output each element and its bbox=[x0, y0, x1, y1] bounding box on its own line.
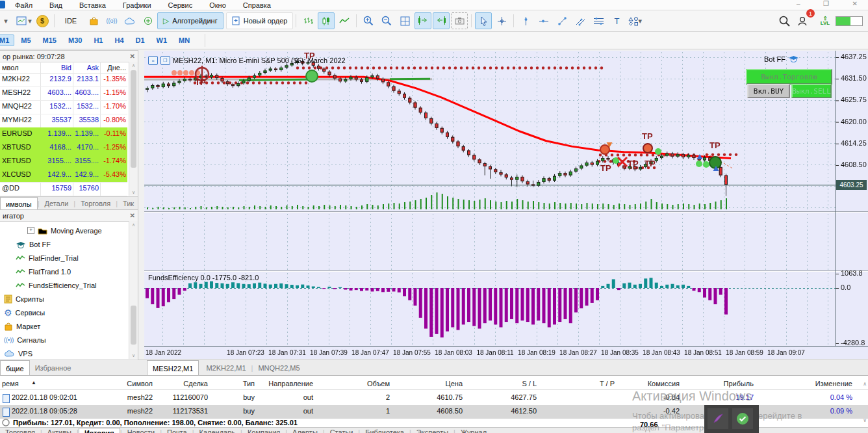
tf-h4[interactable]: H4 bbox=[109, 34, 129, 46]
tab-calendar[interactable]: Календарь bbox=[194, 428, 241, 433]
tf-w1[interactable]: W1 bbox=[151, 34, 173, 46]
tf-m5[interactable]: M5 bbox=[16, 34, 36, 46]
mw-row-xbtusd[interactable]: XBTUSD4168...4170...-1.25% bbox=[0, 141, 127, 155]
auto-scroll-button[interactable] bbox=[433, 12, 450, 29]
tab-trading[interactable]: Торговля bbox=[75, 197, 116, 210]
tab-journal[interactable]: Журнал bbox=[455, 428, 492, 433]
tab-favorites[interactable]: Избранное bbox=[30, 360, 77, 376]
close-icon[interactable]: ✕ bbox=[130, 53, 135, 60]
tab-library[interactable]: Библиотека bbox=[360, 428, 409, 433]
trendline-tool[interactable] bbox=[554, 12, 570, 29]
nav-item-services[interactable]: ⚙ Сервисы bbox=[0, 306, 131, 319]
mw-row-mesh22[interactable]: MESH224603....4603....-1.15% bbox=[0, 86, 127, 101]
tab-mail[interactable]: Почта bbox=[162, 428, 192, 433]
menu-file[interactable]: Файл bbox=[6, 1, 41, 9]
mw-row-mnqh22[interactable]: MNQH221532...1532...-1.70% bbox=[0, 100, 127, 114]
zoom-out-button[interactable] bbox=[378, 12, 395, 29]
vertical-line-tool[interactable] bbox=[517, 12, 534, 29]
chart-tab-mnqh22[interactable]: MNQH22,M5 bbox=[253, 360, 305, 376]
algo-trading-button[interactable]: ▷ Алготрейдинг bbox=[157, 12, 223, 29]
mw-row-mymh22[interactable]: MYMH223553735538-0.80% bbox=[0, 114, 127, 128]
pen-app-icon[interactable] bbox=[708, 408, 728, 429]
nav-item-market[interactable]: Маркет bbox=[0, 319, 131, 333]
window-controls[interactable]: – ❐ ✕ bbox=[797, 0, 864, 7]
new-chart-dropdown[interactable]: ▾ bbox=[0, 12, 14, 29]
menu-charts[interactable]: Графики bbox=[114, 1, 160, 9]
col-time[interactable]: ремя bbox=[2, 380, 19, 387]
menu-help[interactable]: Справка bbox=[235, 1, 279, 9]
tf-mn[interactable]: MN bbox=[173, 34, 195, 46]
check-app-icon[interactable] bbox=[732, 408, 753, 429]
tab-alerts[interactable]: Алерты bbox=[287, 428, 323, 433]
menu-view[interactable]: Вид bbox=[41, 1, 71, 9]
col-deal[interactable]: Сделка bbox=[183, 380, 208, 387]
mw-row-m2kh22[interactable]: M2KH222132.92133.1-1.35% bbox=[0, 73, 127, 87]
col-change[interactable]: Изменение bbox=[815, 380, 852, 387]
bar-chart-mode-button[interactable] bbox=[300, 12, 316, 29]
tab-articles[interactable]: Статьи bbox=[325, 428, 359, 433]
nav-item-bot-ff[interactable]: Bot FF bbox=[0, 237, 143, 251]
tab-details[interactable]: Детали bbox=[40, 197, 74, 210]
tab-symbols[interactable]: имволы bbox=[0, 197, 38, 210]
line-chart-mode-button[interactable] bbox=[336, 12, 353, 29]
tab-company[interactable]: Компания bbox=[242, 428, 285, 433]
col-type[interactable]: Тип bbox=[243, 380, 255, 387]
chart-shift-button[interactable] bbox=[415, 12, 431, 29]
expand-icon[interactable]: + bbox=[27, 227, 34, 234]
add-signal-button[interactable] bbox=[140, 12, 157, 29]
cursor-tool-button[interactable] bbox=[475, 12, 492, 29]
nav-item-signals[interactable]: ((•)) Сигналы bbox=[0, 333, 131, 347]
market-watch-scrollbar[interactable]: ∧ ∨ bbox=[129, 62, 138, 196]
vps-button[interactable] bbox=[121, 12, 138, 29]
fibonacci-tool[interactable] bbox=[590, 12, 607, 29]
nav-item-flatfinder[interactable]: FlatFinder_Trial bbox=[0, 251, 143, 265]
tf-d1[interactable]: D1 bbox=[131, 34, 150, 46]
community-button[interactable]: 1 bbox=[794, 12, 811, 29]
nav-item-scripts[interactable]: Скрипты bbox=[0, 292, 131, 306]
candle-chart-mode-button[interactable] bbox=[318, 12, 335, 29]
ide-button[interactable]: IDE bbox=[58, 12, 84, 29]
col-profit[interactable]: Прибыль bbox=[723, 380, 754, 387]
new-order-button[interactable]: Новый ордер bbox=[226, 12, 294, 29]
navigator-scrollbar[interactable]: ∧ ∨ bbox=[129, 221, 138, 359]
zoom-in-button[interactable] bbox=[360, 12, 377, 29]
market-button[interactable] bbox=[85, 12, 102, 29]
nav-item-vps[interactable]: VPS bbox=[0, 347, 131, 360]
chart-tab-mesh22[interactable]: MESH22,M1 bbox=[147, 360, 199, 376]
tab-assets[interactable]: Активы bbox=[42, 428, 77, 433]
mw-row-dd[interactable]: @DD1575915760 bbox=[0, 182, 127, 196]
mw-row-xetusd[interactable]: XETUSD3155....3155....-1.74% bbox=[0, 155, 127, 169]
screenshot-button[interactable] bbox=[451, 12, 468, 29]
text-tool[interactable]: T bbox=[608, 12, 625, 29]
col-direction[interactable]: Направление bbox=[268, 380, 313, 387]
tab-tick[interactable]: Тик bbox=[118, 197, 139, 210]
sell-off-button[interactable]: Выкл.SELL bbox=[791, 84, 832, 98]
col-tp[interactable]: T / P bbox=[600, 380, 615, 387]
mw-row-xlcusd[interactable]: XLCUSD142.9...142.9...-5.43% bbox=[0, 168, 127, 183]
menu-service[interactable]: Сервис bbox=[160, 1, 201, 9]
chart-tab-m2kh22[interactable]: M2KH22,M1 bbox=[201, 360, 251, 376]
market-watch-header[interactable]: мвол Bid Ask Дне... bbox=[0, 62, 127, 73]
close-icon[interactable]: ✕ bbox=[130, 212, 135, 219]
tf-m1[interactable]: M1 bbox=[0, 34, 14, 46]
chart-profile-dropdown[interactable]: ▾ bbox=[16, 12, 32, 29]
crosshair-tool-button[interactable] bbox=[493, 12, 510, 29]
deposit-button[interactable]: $ bbox=[34, 12, 51, 29]
tf-h1[interactable]: H1 bbox=[88, 34, 108, 46]
col-price[interactable]: Цена bbox=[446, 380, 463, 387]
scroll-up-icon[interactable]: ∧ bbox=[863, 381, 867, 387]
buy-on-button[interactable]: Вкл.BUY bbox=[747, 84, 790, 98]
one-click-trading-icon[interactable]: ≡ bbox=[148, 56, 158, 65]
col-symbol[interactable]: Символ bbox=[127, 380, 153, 387]
mw-row-eurusd[interactable]: EURUSD1.139...1.139...-0.11% bbox=[0, 127, 127, 142]
tab-common[interactable]: бщие bbox=[0, 360, 30, 376]
tab-history[interactable]: История bbox=[79, 428, 120, 433]
signals-button[interactable]: ((о)) bbox=[103, 12, 120, 29]
tab-experts[interactable]: Эксперты bbox=[411, 428, 453, 433]
taskbar-popup[interactable] bbox=[704, 405, 759, 433]
tf-m30[interactable]: M30 bbox=[63, 34, 87, 46]
nav-item-flattrand[interactable]: FlatTrand 1.0 bbox=[0, 265, 143, 278]
tile-windows-button[interactable] bbox=[396, 12, 413, 29]
menu-insert[interactable]: Вставка bbox=[71, 1, 114, 9]
col-commission[interactable]: Комиссия bbox=[648, 380, 680, 387]
